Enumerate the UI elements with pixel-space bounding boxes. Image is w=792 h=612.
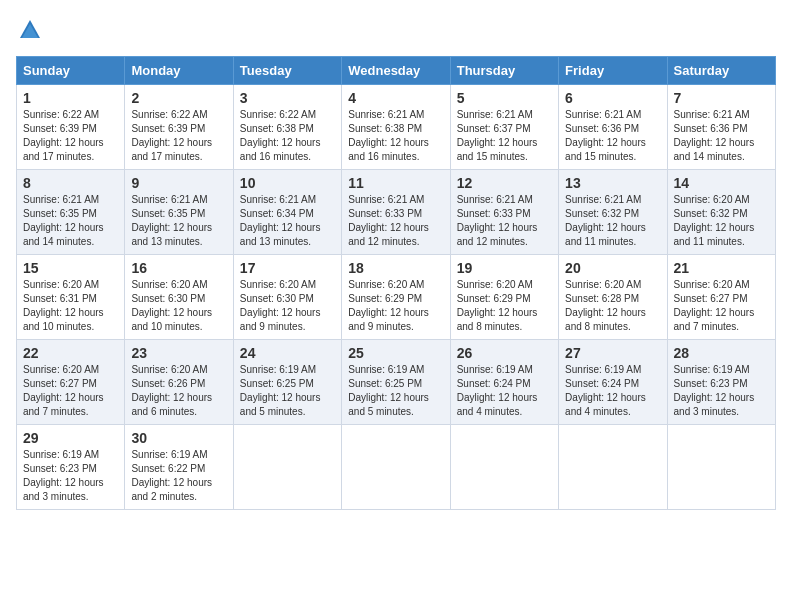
day-number: 26	[457, 345, 552, 361]
day-number: 13	[565, 175, 660, 191]
day-info: Sunrise: 6:21 AMSunset: 6:33 PMDaylight:…	[348, 194, 429, 247]
day-number: 9	[131, 175, 226, 191]
calendar-cell: 22 Sunrise: 6:20 AMSunset: 6:27 PMDaylig…	[17, 340, 125, 425]
day-info: Sunrise: 6:19 AMSunset: 6:24 PMDaylight:…	[457, 364, 538, 417]
day-number: 20	[565, 260, 660, 276]
calendar-week-row: 8 Sunrise: 6:21 AMSunset: 6:35 PMDayligh…	[17, 170, 776, 255]
day-info: Sunrise: 6:21 AMSunset: 6:32 PMDaylight:…	[565, 194, 646, 247]
calendar-cell	[450, 425, 558, 510]
day-info: Sunrise: 6:22 AMSunset: 6:39 PMDaylight:…	[131, 109, 212, 162]
calendar-cell: 9 Sunrise: 6:21 AMSunset: 6:35 PMDayligh…	[125, 170, 233, 255]
calendar-cell: 29 Sunrise: 6:19 AMSunset: 6:23 PMDaylig…	[17, 425, 125, 510]
day-number: 8	[23, 175, 118, 191]
calendar-cell: 17 Sunrise: 6:20 AMSunset: 6:30 PMDaylig…	[233, 255, 341, 340]
calendar-cell: 10 Sunrise: 6:21 AMSunset: 6:34 PMDaylig…	[233, 170, 341, 255]
header	[16, 16, 776, 44]
calendar-cell: 24 Sunrise: 6:19 AMSunset: 6:25 PMDaylig…	[233, 340, 341, 425]
day-number: 7	[674, 90, 769, 106]
day-number: 19	[457, 260, 552, 276]
day-info: Sunrise: 6:20 AMSunset: 6:27 PMDaylight:…	[674, 279, 755, 332]
calendar-cell: 18 Sunrise: 6:20 AMSunset: 6:29 PMDaylig…	[342, 255, 450, 340]
logo	[16, 16, 48, 44]
day-number: 6	[565, 90, 660, 106]
day-header-thursday: Thursday	[450, 57, 558, 85]
logo-icon	[16, 16, 44, 44]
day-info: Sunrise: 6:20 AMSunset: 6:32 PMDaylight:…	[674, 194, 755, 247]
day-number: 24	[240, 345, 335, 361]
day-info: Sunrise: 6:19 AMSunset: 6:25 PMDaylight:…	[348, 364, 429, 417]
calendar-cell: 1 Sunrise: 6:22 AMSunset: 6:39 PMDayligh…	[17, 85, 125, 170]
day-number: 17	[240, 260, 335, 276]
day-info: Sunrise: 6:19 AMSunset: 6:23 PMDaylight:…	[23, 449, 104, 502]
calendar-cell: 4 Sunrise: 6:21 AMSunset: 6:38 PMDayligh…	[342, 85, 450, 170]
calendar-week-row: 22 Sunrise: 6:20 AMSunset: 6:27 PMDaylig…	[17, 340, 776, 425]
day-info: Sunrise: 6:21 AMSunset: 6:35 PMDaylight:…	[23, 194, 104, 247]
day-number: 14	[674, 175, 769, 191]
calendar-cell: 20 Sunrise: 6:20 AMSunset: 6:28 PMDaylig…	[559, 255, 667, 340]
calendar-week-row: 1 Sunrise: 6:22 AMSunset: 6:39 PMDayligh…	[17, 85, 776, 170]
day-number: 30	[131, 430, 226, 446]
day-number: 28	[674, 345, 769, 361]
calendar-cell: 7 Sunrise: 6:21 AMSunset: 6:36 PMDayligh…	[667, 85, 775, 170]
day-header-wednesday: Wednesday	[342, 57, 450, 85]
day-number: 18	[348, 260, 443, 276]
calendar-week-row: 15 Sunrise: 6:20 AMSunset: 6:31 PMDaylig…	[17, 255, 776, 340]
calendar-cell: 15 Sunrise: 6:20 AMSunset: 6:31 PMDaylig…	[17, 255, 125, 340]
day-info: Sunrise: 6:20 AMSunset: 6:29 PMDaylight:…	[348, 279, 429, 332]
calendar-cell: 19 Sunrise: 6:20 AMSunset: 6:29 PMDaylig…	[450, 255, 558, 340]
calendar-cell: 25 Sunrise: 6:19 AMSunset: 6:25 PMDaylig…	[342, 340, 450, 425]
day-header-sunday: Sunday	[17, 57, 125, 85]
calendar-cell: 16 Sunrise: 6:20 AMSunset: 6:30 PMDaylig…	[125, 255, 233, 340]
calendar-cell: 5 Sunrise: 6:21 AMSunset: 6:37 PMDayligh…	[450, 85, 558, 170]
calendar-cell: 11 Sunrise: 6:21 AMSunset: 6:33 PMDaylig…	[342, 170, 450, 255]
calendar-week-row: 29 Sunrise: 6:19 AMSunset: 6:23 PMDaylig…	[17, 425, 776, 510]
day-number: 16	[131, 260, 226, 276]
day-info: Sunrise: 6:19 AMSunset: 6:22 PMDaylight:…	[131, 449, 212, 502]
day-info: Sunrise: 6:19 AMSunset: 6:25 PMDaylight:…	[240, 364, 321, 417]
calendar-table: SundayMondayTuesdayWednesdayThursdayFrid…	[16, 56, 776, 510]
day-info: Sunrise: 6:20 AMSunset: 6:28 PMDaylight:…	[565, 279, 646, 332]
calendar-cell: 12 Sunrise: 6:21 AMSunset: 6:33 PMDaylig…	[450, 170, 558, 255]
day-info: Sunrise: 6:19 AMSunset: 6:24 PMDaylight:…	[565, 364, 646, 417]
day-header-monday: Monday	[125, 57, 233, 85]
calendar-cell: 28 Sunrise: 6:19 AMSunset: 6:23 PMDaylig…	[667, 340, 775, 425]
calendar-cell	[559, 425, 667, 510]
calendar-cell: 8 Sunrise: 6:21 AMSunset: 6:35 PMDayligh…	[17, 170, 125, 255]
day-info: Sunrise: 6:21 AMSunset: 6:36 PMDaylight:…	[674, 109, 755, 162]
calendar-cell: 27 Sunrise: 6:19 AMSunset: 6:24 PMDaylig…	[559, 340, 667, 425]
day-info: Sunrise: 6:20 AMSunset: 6:26 PMDaylight:…	[131, 364, 212, 417]
calendar-cell: 14 Sunrise: 6:20 AMSunset: 6:32 PMDaylig…	[667, 170, 775, 255]
day-info: Sunrise: 6:21 AMSunset: 6:34 PMDaylight:…	[240, 194, 321, 247]
day-number: 29	[23, 430, 118, 446]
day-number: 25	[348, 345, 443, 361]
day-number: 2	[131, 90, 226, 106]
day-header-tuesday: Tuesday	[233, 57, 341, 85]
day-number: 10	[240, 175, 335, 191]
day-header-saturday: Saturday	[667, 57, 775, 85]
calendar-header-row: SundayMondayTuesdayWednesdayThursdayFrid…	[17, 57, 776, 85]
day-number: 5	[457, 90, 552, 106]
calendar-cell: 2 Sunrise: 6:22 AMSunset: 6:39 PMDayligh…	[125, 85, 233, 170]
calendar-cell: 26 Sunrise: 6:19 AMSunset: 6:24 PMDaylig…	[450, 340, 558, 425]
calendar-cell: 3 Sunrise: 6:22 AMSunset: 6:38 PMDayligh…	[233, 85, 341, 170]
calendar-cell: 23 Sunrise: 6:20 AMSunset: 6:26 PMDaylig…	[125, 340, 233, 425]
calendar-cell: 30 Sunrise: 6:19 AMSunset: 6:22 PMDaylig…	[125, 425, 233, 510]
day-number: 1	[23, 90, 118, 106]
day-number: 21	[674, 260, 769, 276]
day-info: Sunrise: 6:19 AMSunset: 6:23 PMDaylight:…	[674, 364, 755, 417]
day-number: 27	[565, 345, 660, 361]
day-info: Sunrise: 6:21 AMSunset: 6:33 PMDaylight:…	[457, 194, 538, 247]
calendar-cell: 13 Sunrise: 6:21 AMSunset: 6:32 PMDaylig…	[559, 170, 667, 255]
day-info: Sunrise: 6:20 AMSunset: 6:30 PMDaylight:…	[240, 279, 321, 332]
day-info: Sunrise: 6:20 AMSunset: 6:30 PMDaylight:…	[131, 279, 212, 332]
day-info: Sunrise: 6:20 AMSunset: 6:27 PMDaylight:…	[23, 364, 104, 417]
day-number: 15	[23, 260, 118, 276]
day-number: 23	[131, 345, 226, 361]
day-info: Sunrise: 6:20 AMSunset: 6:31 PMDaylight:…	[23, 279, 104, 332]
day-info: Sunrise: 6:21 AMSunset: 6:36 PMDaylight:…	[565, 109, 646, 162]
day-info: Sunrise: 6:21 AMSunset: 6:37 PMDaylight:…	[457, 109, 538, 162]
day-number: 4	[348, 90, 443, 106]
calendar-cell: 6 Sunrise: 6:21 AMSunset: 6:36 PMDayligh…	[559, 85, 667, 170]
day-info: Sunrise: 6:21 AMSunset: 6:38 PMDaylight:…	[348, 109, 429, 162]
day-header-friday: Friday	[559, 57, 667, 85]
